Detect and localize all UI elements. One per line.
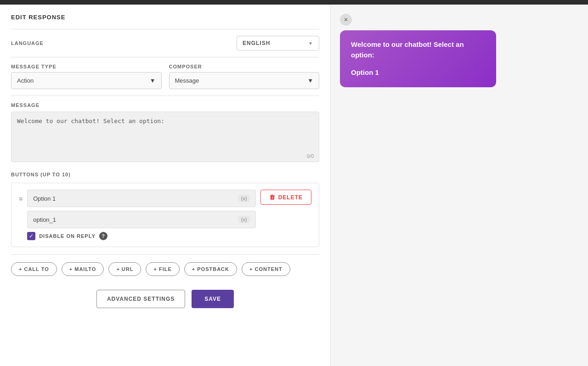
preview-option: Option 1 — [351, 68, 485, 78]
language-selected-value: ENGLISH — [243, 40, 270, 46]
button-fields: {x} {x} ✓ DISABLE ON REPLY ? — [27, 190, 255, 240]
add-url-button[interactable]: + URL — [108, 262, 141, 276]
payload-value-input-wrapper: {x} — [27, 211, 255, 228]
message-type-label: MESSAGE TYPE — [11, 64, 162, 69]
message-label: MESSAGE — [11, 102, 319, 108]
payload-value-input[interactable] — [33, 216, 235, 223]
type-composer-row: MESSAGE TYPE Action ▼ COMPOSER Message ▼ — [11, 64, 319, 89]
disable-on-reply-label: DISABLE ON REPLY — [39, 233, 96, 239]
drag-handle-icon[interactable]: ≡ — [19, 195, 23, 203]
message-type-dropdown[interactable]: Action ▼ — [11, 72, 162, 89]
message-section: MESSAGE 0/0 — [11, 102, 319, 163]
top-bar — [0, 0, 588, 5]
divider-3 — [11, 96, 319, 96]
trash-icon: 🗑 — [269, 194, 276, 201]
delete-button[interactable]: 🗑 DELETE — [260, 190, 311, 205]
var-tag-display: {x} — [238, 195, 250, 202]
composer-chevron-icon: ▼ — [307, 77, 313, 84]
add-postback-button[interactable]: + POSTBACK — [184, 262, 237, 276]
message-textarea[interactable] — [11, 112, 319, 162]
buttons-section: BUTTONS (UP TO 10) ≡ {x} {x} — [11, 172, 319, 247]
delete-label: DELETE — [278, 194, 303, 201]
advanced-settings-button[interactable]: ADVANCED SETTINGS — [96, 290, 185, 308]
composer-group: COMPOSER Message ▼ — [169, 64, 320, 89]
add-callto-button[interactable]: + CALL TO — [11, 262, 57, 276]
main-container: EDIT RESPONSE LANGUAGE ENGLISH ▼ MESSAGE… — [0, 5, 588, 366]
page-title: EDIT RESPONSE — [11, 14, 319, 21]
disable-reply-row: ✓ DISABLE ON REPLY ? — [27, 232, 255, 240]
save-button[interactable]: SAVE — [192, 290, 234, 308]
var-tag-payload: {x} — [238, 216, 250, 223]
message-type-value: Action — [17, 77, 34, 84]
message-type-chevron-icon: ▼ — [150, 77, 156, 84]
composer-label: COMPOSER — [169, 64, 320, 69]
message-counter: 0/0 — [307, 153, 314, 159]
left-panel: EDIT RESPONSE LANGUAGE ENGLISH ▼ MESSAGE… — [0, 5, 331, 366]
message-type-group: MESSAGE TYPE Action ▼ — [11, 64, 162, 89]
bottom-actions: ADVANCED SETTINGS SAVE — [11, 285, 319, 308]
textarea-wrapper: 0/0 — [11, 112, 319, 163]
preview-close-button[interactable]: ✕ — [340, 14, 352, 26]
divider-1 — [11, 29, 319, 29]
add-file-button[interactable]: + FILE — [146, 262, 179, 276]
divider-2 — [11, 57, 319, 57]
button-item: ≡ {x} {x} ✓ — [11, 183, 319, 247]
composer-value: Message — [175, 77, 199, 84]
language-label: LANGUAGE — [11, 40, 44, 46]
disable-on-reply-checkbox[interactable]: ✓ — [27, 232, 35, 240]
display-value-input[interactable] — [33, 195, 235, 202]
add-buttons-row: + CALL TO + MAILTO + URL + FILE + POSTBA… — [11, 254, 319, 276]
preview-bubble: Welcome to our chatbot! Select an option… — [340, 30, 496, 87]
language-row: LANGUAGE ENGLISH ▼ — [11, 36, 319, 51]
buttons-section-label: BUTTONS (UP TO 10) — [11, 172, 319, 177]
language-dropdown[interactable]: ENGLISH ▼ — [237, 36, 319, 51]
preview-message: Welcome to our chatbot! Select an option… — [351, 39, 485, 60]
display-value-input-wrapper: {x} — [27, 190, 255, 207]
add-mailto-button[interactable]: + MAILTO — [62, 262, 104, 276]
right-panel: ✕ Welcome to our chatbot! Select an opti… — [331, 5, 588, 366]
composer-dropdown[interactable]: Message ▼ — [169, 72, 320, 89]
checkmark-icon: ✓ — [29, 233, 34, 239]
add-content-button[interactable]: + CONTENT — [242, 262, 290, 276]
chevron-down-icon: ▼ — [308, 41, 313, 46]
help-icon[interactable]: ? — [99, 232, 107, 240]
